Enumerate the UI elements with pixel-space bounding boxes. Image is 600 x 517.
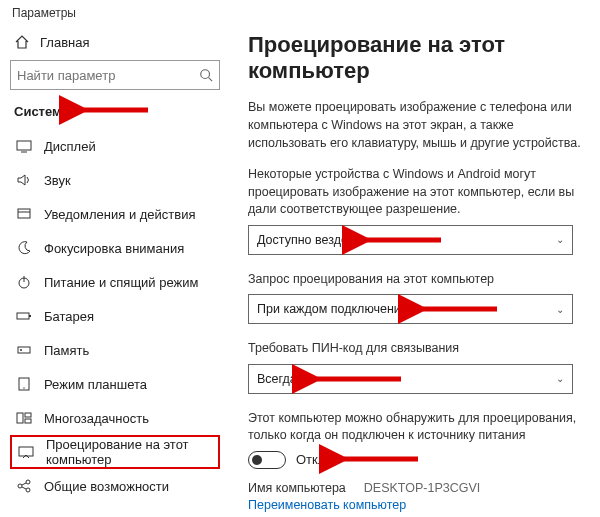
sidebar-item-notifications[interactable]: Уведомления и действия bbox=[10, 197, 220, 231]
sidebar-item-focus[interactable]: Фокусировка внимания bbox=[10, 231, 220, 265]
storage-icon bbox=[16, 342, 32, 358]
svg-rect-15 bbox=[17, 413, 23, 423]
sidebar-item-label: Дисплей bbox=[44, 139, 96, 154]
svg-line-22 bbox=[22, 483, 26, 485]
window-title: Параметры bbox=[0, 0, 600, 24]
home-icon bbox=[14, 34, 30, 50]
sidebar-item-label: Общие возможности bbox=[44, 479, 169, 494]
home-label: Главная bbox=[40, 35, 89, 50]
intro-text: Вы можете проецировать изображение с тел… bbox=[248, 98, 582, 152]
sidebar-item-label: Звук bbox=[44, 173, 71, 188]
page-title: Проецирование на этот компьютер bbox=[248, 32, 582, 84]
svg-rect-9 bbox=[17, 313, 29, 319]
sidebar-item-multitask[interactable]: Многозадачность bbox=[10, 401, 220, 435]
dropdown-ask[interactable]: При каждом подключении ⌄ bbox=[248, 294, 573, 324]
svg-point-0 bbox=[201, 70, 210, 79]
search-input[interactable] bbox=[17, 68, 199, 83]
svg-point-14 bbox=[23, 387, 24, 388]
sidebar-item-label: Многозадачность bbox=[44, 411, 149, 426]
main-content: Проецирование на этот компьютер Вы может… bbox=[230, 24, 600, 517]
field-availability-label: Некоторые устройства с Windows и Android… bbox=[248, 166, 582, 219]
svg-point-19 bbox=[18, 484, 22, 488]
svg-rect-5 bbox=[18, 209, 30, 218]
moon-icon bbox=[16, 240, 32, 256]
home-link[interactable]: Главная bbox=[10, 28, 220, 60]
pcname-value: DESKTOP-1P3CGVI bbox=[364, 481, 480, 495]
svg-line-23 bbox=[22, 487, 26, 489]
search-input-wrapper[interactable] bbox=[10, 60, 220, 90]
sidebar-item-label: Батарея bbox=[44, 309, 94, 324]
sidebar-item-battery[interactable]: Батарея bbox=[10, 299, 220, 333]
sidebar-item-sound[interactable]: Звук bbox=[10, 163, 220, 197]
dropdown-pin[interactable]: Всегда ⌄ bbox=[248, 364, 573, 394]
sidebar-item-storage[interactable]: Память bbox=[10, 333, 220, 367]
field-ask-label: Запрос проецирования на этот компьютер bbox=[248, 271, 582, 289]
chevron-down-icon: ⌄ bbox=[556, 234, 564, 245]
sidebar-item-label: Уведомления и действия bbox=[44, 207, 196, 222]
toggle-state: Откл. bbox=[296, 452, 329, 467]
sidebar-item-label: Проецирование на этот компьютер bbox=[46, 437, 212, 467]
dropdown-value: Доступно везде bbox=[257, 233, 348, 247]
sidebar-item-label: Питание и спящий режим bbox=[44, 275, 198, 290]
sound-icon bbox=[16, 172, 32, 188]
discoverable-toggle[interactable] bbox=[248, 451, 286, 469]
toggle-label: Этот компьютер можно обнаружить для прое… bbox=[248, 410, 582, 445]
svg-rect-16 bbox=[25, 413, 31, 417]
sidebar-item-label: Фокусировка внимания bbox=[44, 241, 184, 256]
sidebar-item-tablet[interactable]: Режим планшета bbox=[10, 367, 220, 401]
chevron-down-icon: ⌄ bbox=[556, 373, 564, 384]
svg-point-21 bbox=[26, 488, 30, 492]
dropdown-value: При каждом подключении bbox=[257, 302, 408, 316]
search-icon bbox=[199, 68, 213, 82]
multitask-icon bbox=[16, 410, 32, 426]
section-system: Система bbox=[14, 104, 220, 119]
tablet-icon bbox=[16, 376, 32, 392]
svg-line-1 bbox=[209, 78, 213, 82]
field-pin-label: Требовать ПИН-код для связывания bbox=[248, 340, 582, 358]
sidebar-item-projecting[interactable]: Проецирование на этот компьютер bbox=[10, 435, 220, 469]
svg-point-12 bbox=[20, 349, 22, 351]
svg-rect-10 bbox=[29, 315, 31, 317]
battery-icon bbox=[16, 308, 32, 324]
sidebar-item-display[interactable]: Дисплей bbox=[10, 129, 220, 163]
sidebar-item-shared[interactable]: Общие возможности bbox=[10, 469, 220, 503]
svg-rect-3 bbox=[17, 141, 31, 150]
display-icon bbox=[16, 138, 32, 154]
notifications-icon bbox=[16, 206, 32, 222]
sidebar: Главная Система Дисплей Звук bbox=[0, 24, 230, 517]
sidebar-item-label: Режим планшета bbox=[44, 377, 147, 392]
svg-rect-17 bbox=[25, 419, 31, 423]
project-icon bbox=[18, 444, 34, 460]
shared-icon bbox=[16, 478, 32, 494]
svg-point-20 bbox=[26, 480, 30, 484]
pcname-label: Имя компьютера bbox=[248, 481, 346, 495]
svg-rect-11 bbox=[18, 347, 30, 353]
power-icon bbox=[16, 274, 32, 290]
sidebar-item-power[interactable]: Питание и спящий режим bbox=[10, 265, 220, 299]
sidebar-item-label: Память bbox=[44, 343, 89, 358]
chevron-down-icon: ⌄ bbox=[556, 304, 564, 315]
dropdown-value: Всегда bbox=[257, 372, 297, 386]
rename-pc-link[interactable]: Переименовать компьютер bbox=[248, 498, 406, 512]
dropdown-availability[interactable]: Доступно везде ⌄ bbox=[248, 225, 573, 255]
